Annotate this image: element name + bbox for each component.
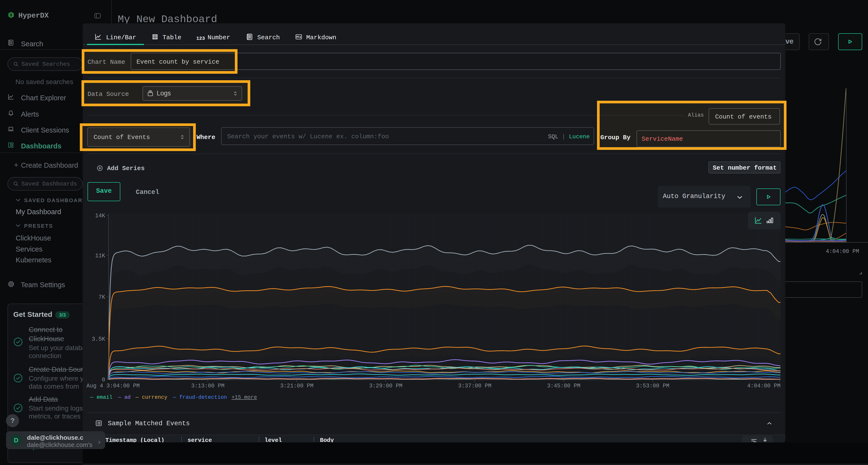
svg-text:11K: 11K [95,253,105,259]
svg-text:3:13:00 PM: 3:13:00 PM [191,383,224,389]
svg-text:0: 0 [102,377,105,383]
svg-text:3.5K: 3.5K [92,336,105,342]
svg-text:4:04:00 PM: 4:04:00 PM [747,383,780,389]
svg-text:Aug 4 3:04:00 PM: Aug 4 3:04:00 PM [87,383,140,389]
svg-text:3:53:00 PM: 3:53:00 PM [636,383,669,389]
svg-text:3:45:00 PM: 3:45:00 PM [547,383,580,389]
svg-text:3:29:00 PM: 3:29:00 PM [369,383,402,389]
svg-text:3:21:00 PM: 3:21:00 PM [280,383,313,389]
svg-text:14K: 14K [95,213,105,219]
svg-text:7K: 7K [98,294,105,300]
svg-text:3:37:00 PM: 3:37:00 PM [458,383,491,389]
